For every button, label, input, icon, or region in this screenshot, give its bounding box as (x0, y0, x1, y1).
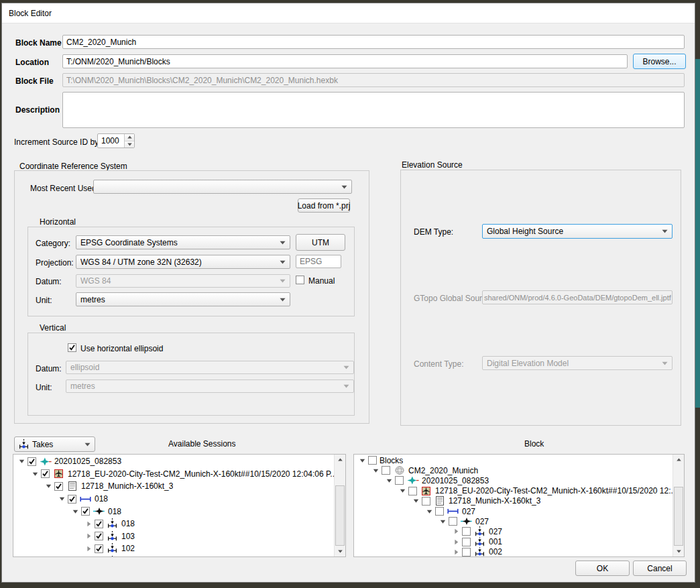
load-prj-button[interactable]: Load from *.prj (298, 198, 350, 213)
tree-row[interactable]: 102 (13, 542, 334, 555)
tree-checkbox[interactable] (422, 497, 430, 506)
ok-button[interactable]: OK (575, 561, 630, 576)
tree-row[interactable]: 002 (354, 547, 673, 556)
tree-row[interactable]: 103 (13, 530, 334, 543)
expander-open-icon[interactable] (384, 478, 394, 483)
tree-checkbox[interactable] (408, 487, 417, 495)
dem-type-label: DEM Type: (414, 227, 453, 237)
expander-closed-icon[interactable] (84, 546, 93, 552)
tree-checkbox[interactable] (81, 507, 90, 516)
manual-checkbox[interactable] (296, 276, 304, 284)
cancel-button[interactable]: Cancel (633, 561, 687, 576)
tree-row[interactable]: 027 (354, 526, 673, 536)
expander-open-icon[interactable] (438, 519, 447, 524)
expander-open-icon[interactable] (17, 459, 26, 464)
projection-combobox[interactable]: WGS 84 / UTM zone 32N (32632) (76, 255, 290, 269)
scroll-thumb[interactable] (674, 487, 683, 546)
take-icon (106, 543, 119, 554)
tree-row[interactable]: 027 (354, 506, 673, 516)
tree-row[interactable]: 027 (354, 516, 673, 526)
spin-down-icon[interactable] (125, 141, 134, 148)
background-edge (695, 59, 700, 408)
tree-label: 12718_EU-2020-City-Test-CM2_Munich-X-160… (68, 469, 334, 479)
elevation-group-title: Elevation Source (402, 160, 463, 170)
category-combobox[interactable]: EPSG Coordinate Systems (76, 235, 290, 249)
tree-row[interactable]: 12718_Munich-X-160kt_3 (13, 480, 334, 493)
unit-combobox[interactable]: metres (76, 292, 290, 306)
tree-checkbox[interactable] (435, 507, 444, 516)
expander-open-icon[interactable] (44, 483, 53, 489)
takes-dropdown-button[interactable]: Takes (14, 436, 95, 452)
tree-checkbox[interactable] (395, 476, 404, 485)
vertical-groupbox (27, 333, 355, 416)
increment-spinbox[interactable]: 1000 (97, 133, 135, 148)
tree-checkbox[interactable] (27, 457, 36, 466)
chevron-down-icon (280, 279, 286, 283)
expander-open-icon[interactable] (424, 509, 434, 514)
scroll-down-icon[interactable] (673, 546, 684, 556)
expander-open-icon[interactable] (30, 471, 40, 477)
utm-button[interactable]: UTM (296, 234, 345, 251)
scroll-thumb[interactable] (335, 485, 345, 546)
block-tree-scrollbar[interactable] (673, 455, 684, 556)
tree-row[interactable]: 018 (13, 518, 334, 530)
tree-row[interactable]: CM2_2020_Munich (354, 465, 673, 475)
tree-row[interactable]: 12718_EU-2020-City-Test-CM2_Munich-X-160… (13, 468, 334, 481)
tree-row[interactable]: 12718_EU-2020-City-Test-CM2_Munich-X-160… (354, 486, 673, 496)
scroll-up-icon[interactable] (335, 455, 345, 465)
flight-icon (93, 507, 105, 516)
dem-type-combobox[interactable]: Global Height Source (482, 224, 673, 239)
browse-button[interactable]: Browse... (633, 54, 686, 69)
chevron-down-icon (341, 185, 347, 189)
tree-checkbox[interactable] (95, 544, 103, 553)
tree-checkbox[interactable] (382, 466, 390, 475)
tree-row[interactable]: 12718_Munich-X-160kt_3 (354, 496, 673, 506)
tree-row[interactable]: 20201025_082853 (354, 475, 673, 485)
gtopo-field: shared/ONM/prod/4.6.0-GeoData/DEM/gtopoD… (482, 290, 673, 304)
scroll-down-icon[interactable] (335, 546, 345, 556)
tree-row[interactable]: 001 (354, 537, 673, 547)
tree-checkbox[interactable] (95, 520, 103, 528)
expander-closed-icon[interactable] (451, 528, 461, 534)
tree-row[interactable]: 20201025_082853 (13, 455, 334, 468)
expander-open-icon[interactable] (57, 496, 66, 502)
most-recent-used-combobox[interactable] (93, 180, 352, 194)
take-icon (106, 518, 119, 529)
tree-checkbox[interactable] (68, 495, 76, 504)
expander-closed-icon[interactable] (84, 533, 93, 539)
flight-icon (460, 517, 473, 526)
available-sessions-tree[interactable]: 20201025_08285312718_EU-2020-City-Test-C… (13, 454, 346, 557)
location-input[interactable] (62, 54, 628, 68)
expander-open-icon[interactable] (398, 488, 407, 493)
expander-closed-icon[interactable] (84, 521, 93, 527)
tree-checkbox[interactable] (54, 482, 63, 491)
tree-row[interactable]: Blocks (354, 455, 673, 465)
expander-closed-icon[interactable] (451, 549, 461, 555)
expander-open-icon[interactable] (411, 498, 420, 504)
tree-checkbox[interactable] (41, 469, 50, 478)
tree-checkbox[interactable] (449, 517, 457, 526)
vertical-datum-combobox: ellipsoid (66, 361, 354, 374)
tree-checkbox[interactable] (95, 532, 103, 540)
tree-checkbox[interactable] (462, 538, 471, 546)
tree-row[interactable] (13, 555, 334, 556)
tree-checkbox[interactable] (462, 548, 471, 556)
description-input[interactable] (62, 92, 685, 128)
tree-row[interactable]: 018 (13, 493, 334, 506)
block-tree[interactable]: BlocksCM2_2020_Munich20201025_0828531271… (353, 454, 685, 557)
use-horizontal-ellipsoid-checkbox[interactable] (68, 343, 76, 352)
crs-group-title: Coordinate Reference System (19, 162, 127, 171)
spin-up-icon[interactable] (125, 134, 134, 141)
sessions-tree-scrollbar[interactable] (334, 455, 345, 556)
epsg-input[interactable] (296, 255, 341, 268)
expander-open-icon[interactable] (371, 468, 380, 473)
title-bar: Block Editor (2, 3, 695, 23)
tree-checkbox[interactable] (462, 527, 471, 536)
tree-checkbox[interactable] (368, 456, 377, 465)
scroll-up-icon[interactable] (673, 455, 684, 465)
expander-open-icon[interactable] (70, 509, 80, 514)
tree-row[interactable]: 018 (13, 505, 334, 518)
expander-open-icon[interactable] (357, 458, 367, 463)
block-name-input[interactable] (62, 35, 685, 49)
expander-closed-icon[interactable] (451, 539, 461, 545)
